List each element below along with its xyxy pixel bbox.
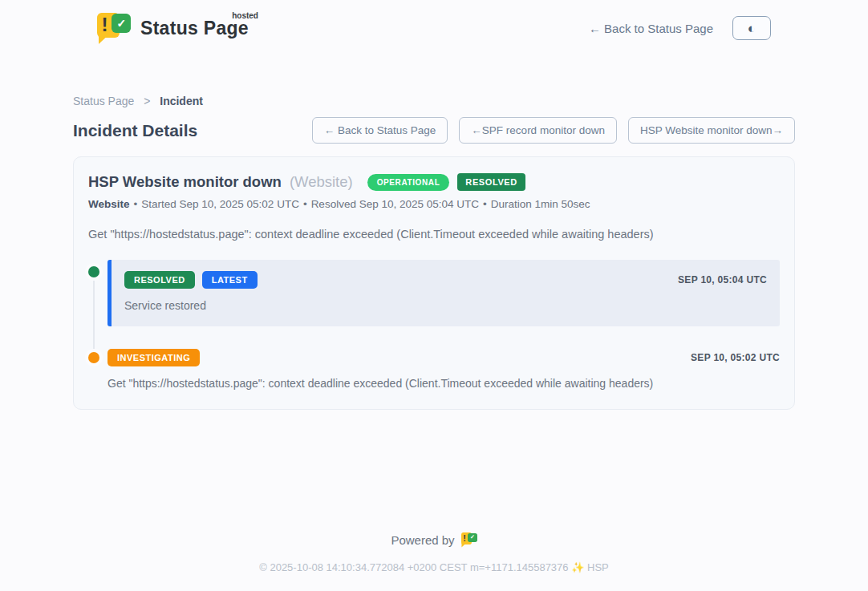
incident-timeline: RESOLVED LATEST SEP 10, 05:04 UTC Servic… xyxy=(88,260,780,390)
timeline-dot-column xyxy=(88,349,107,390)
exclamation-icon: ! xyxy=(463,533,466,543)
nav-next-incident-button[interactable]: HSP Website monitor down→ xyxy=(628,117,795,144)
meta-separator: • xyxy=(303,198,307,210)
incident-card: HSP Website monitor down (Website) OPERA… xyxy=(73,156,795,410)
timeline-dot-investigating xyxy=(88,352,99,363)
breadcrumb-status-page[interactable]: Status Page xyxy=(73,95,134,107)
timeline-entry-content: RESOLVED LATEST SEP 10, 05:04 UTC Servic… xyxy=(107,260,780,326)
powered-by-link[interactable]: Powered by ! ✓ xyxy=(391,532,477,548)
footer-logo-icon: ! ✓ xyxy=(461,532,477,548)
meta-started: Started Sep 10, 2025 05:02 UTC xyxy=(141,198,299,210)
exclamation-icon: ! xyxy=(101,14,107,36)
incident-component: (Website) xyxy=(290,173,353,191)
incident-nav-buttons: ← Back to Status Page ←SPF record monito… xyxy=(312,117,795,144)
title-row: Incident Details ← Back to Status Page ←… xyxy=(73,117,795,144)
logo-text-wrap: Status Page hosted xyxy=(140,18,249,39)
nav-back-to-status-page-button[interactable]: ← Back to Status Page xyxy=(312,117,448,144)
nav-prev-incident-button[interactable]: ←SPF record monitor down xyxy=(459,117,617,144)
timeline-timestamp: SEP 10, 05:04 UTC xyxy=(678,274,767,285)
half-circle-icon: ◐ xyxy=(748,22,756,35)
logo-icon: ! ✓ xyxy=(97,11,131,45)
timeline-badge-resolved: RESOLVED xyxy=(124,271,195,289)
speech-bubble-tail xyxy=(461,543,466,548)
incident-title-row: HSP Website monitor down (Website) OPERA… xyxy=(88,173,780,191)
status-badge-resolved: RESOLVED xyxy=(457,173,525,191)
check-icon: ✓ xyxy=(468,533,477,542)
incident-description: Get "https://hostedstatus.page": context… xyxy=(88,228,780,241)
timeline-dot-column xyxy=(88,260,107,326)
meta-separator: • xyxy=(134,198,138,210)
meta-resolved: Resolved Sep 10, 2025 05:04 UTC xyxy=(311,198,479,210)
timeline-highlight-box: RESOLVED LATEST SEP 10, 05:04 UTC Servic… xyxy=(107,260,780,326)
incident-meta: Website•Started Sep 10, 2025 05:02 UTC•R… xyxy=(88,198,780,210)
main-content: Status Page > Incident Incident Details … xyxy=(73,45,795,410)
header-back-link[interactable]: ← Back to Status Page xyxy=(589,22,713,35)
copyright-text: © 2025-10-08 14:10:34.772084 +0200 CEST … xyxy=(0,561,868,573)
timeline-entry-content: INVESTIGATING SEP 10, 05:02 UTC Get "htt… xyxy=(107,349,780,390)
theme-toggle-button[interactable]: ◐ xyxy=(732,16,771,40)
meta-separator: • xyxy=(483,198,487,210)
timeline-badge-row: INVESTIGATING SEP 10, 05:02 UTC xyxy=(107,349,780,366)
meta-duration: Duration 1min 50sec xyxy=(491,198,590,210)
timeline-entry-resolved: RESOLVED LATEST SEP 10, 05:04 UTC Servic… xyxy=(88,260,780,326)
logo-title: Status Page xyxy=(140,18,249,38)
powered-by-label: Powered by xyxy=(391,533,454,547)
timeline-badge-investigating: INVESTIGATING xyxy=(107,349,200,366)
breadcrumb-separator: > xyxy=(144,95,150,107)
footer: Powered by ! ✓ © 2025-10-08 14:10:34.772… xyxy=(0,532,868,591)
timeline-message: Service restored xyxy=(124,299,767,312)
page-title: Incident Details xyxy=(73,121,197,140)
status-badge-operational: OPERATIONAL xyxy=(367,174,450,191)
logo: ! ✓ Status Page hosted xyxy=(97,11,249,45)
breadcrumb-incident: Incident xyxy=(160,95,203,107)
logo-hosted-badge: hosted xyxy=(232,11,258,20)
timeline-message: Get "https://hostedstatus.page": context… xyxy=(107,377,780,390)
timeline-badge-row: RESOLVED LATEST SEP 10, 05:04 UTC xyxy=(124,271,767,289)
timeline-entry-investigating: INVESTIGATING SEP 10, 05:02 UTC Get "htt… xyxy=(88,349,780,390)
meta-component: Website xyxy=(88,198,130,210)
timeline-timestamp: SEP 10, 05:02 UTC xyxy=(691,352,780,363)
header: ! ✓ Status Page hosted ← Back to Status … xyxy=(73,0,795,45)
check-icon: ✓ xyxy=(112,14,131,33)
header-right: ← Back to Status Page ◐ xyxy=(589,16,771,40)
timeline-badge-latest: LATEST xyxy=(202,271,258,289)
incident-title: HSP Website monitor down xyxy=(88,173,282,191)
timeline-dot-resolved xyxy=(88,266,99,277)
breadcrumb: Status Page > Incident xyxy=(73,95,795,107)
